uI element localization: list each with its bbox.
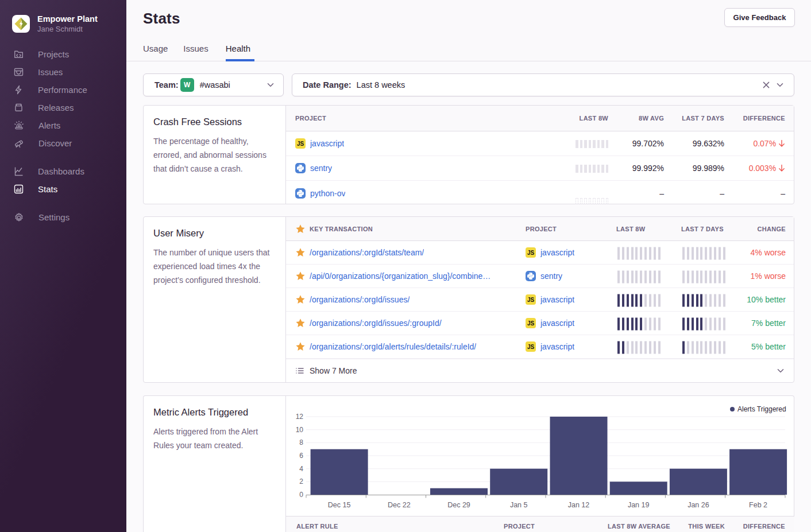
svg-text:Feb 2: Feb 2: [749, 501, 767, 509]
svg-text:0: 0: [299, 491, 303, 499]
svg-text:Alerts Triggered: Alerts Triggered: [737, 405, 786, 413]
svg-text:12: 12: [296, 413, 304, 421]
svg-text:2: 2: [299, 477, 303, 486]
svg-text:8: 8: [299, 438, 303, 446]
svg-text:Dec 29: Dec 29: [447, 501, 470, 509]
svg-text:Jan 26: Jan 26: [688, 501, 709, 509]
svg-text:10: 10: [296, 426, 304, 434]
svg-text:Dec 15: Dec 15: [328, 501, 351, 509]
svg-text:Dec 22: Dec 22: [388, 501, 411, 509]
svg-text:Jan 12: Jan 12: [568, 501, 590, 509]
svg-text:Jan 19: Jan 19: [628, 501, 650, 509]
svg-text:4: 4: [299, 465, 303, 473]
svg-text:Jan 5: Jan 5: [510, 501, 528, 509]
svg-text:6: 6: [299, 452, 303, 460]
